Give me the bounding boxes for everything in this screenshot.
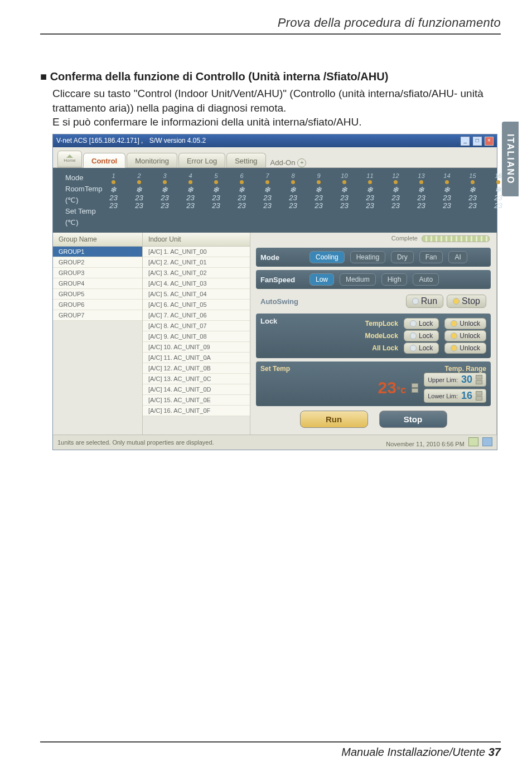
indoor-unit-row[interactable]: [A/C] 6. AC_UNIT_05	[143, 300, 250, 310]
alllock-row: All Lock Lock Unlock	[304, 343, 486, 354]
tab-monitoring[interactable]: Monitoring	[127, 153, 177, 167]
indoor-unit-row[interactable]: [A/C] 12. AC_UNIT_0B	[143, 363, 250, 374]
minimize-button[interactable]: _	[461, 137, 470, 146]
unit-cell[interactable]: 9❄2323	[311, 172, 326, 210]
mode-row: Mode Cooling Heating Dry Fan AI	[256, 248, 491, 267]
stop-button[interactable]: Stop	[379, 411, 447, 428]
indoor-unit-row[interactable]: [A/C] 16. AC_UNIT_0F	[143, 406, 250, 416]
templock-lock-button[interactable]: Lock	[404, 318, 439, 329]
plus-icon: +	[297, 158, 306, 167]
set-temp-stepper[interactable]	[412, 383, 418, 393]
radio-icon	[410, 345, 417, 351]
radio-on-icon	[451, 345, 457, 351]
unit-cell[interactable]: 12❄2323	[388, 172, 403, 210]
indoor-unit-row[interactable]: [A/C] 3. AC_UNIT_02	[143, 268, 250, 278]
tab-control[interactable]: Control	[83, 153, 125, 168]
group-row[interactable]: GROUP7	[53, 310, 142, 321]
temp-range-label: Temp. Range	[445, 365, 486, 373]
mode-fan-button[interactable]: Fan	[419, 251, 443, 263]
mode-cooling-button[interactable]: Cooling	[309, 251, 345, 263]
body-paragraph-2: E si può confermare le informazioni dell…	[52, 115, 501, 129]
lower-lim-stepper[interactable]	[476, 391, 482, 401]
header-rule	[40, 33, 501, 35]
window-titlebar: V-net ACS [165.186.42.171] , S/W version…	[53, 134, 497, 147]
alllock-unlock-button[interactable]: Unlock	[444, 343, 486, 354]
home-button[interactable]: Home	[57, 151, 82, 167]
modelock-lock-button[interactable]: Lock	[404, 330, 439, 341]
indoor-unit-row[interactable]: [A/C] 7. AC_UNIT_06	[143, 310, 250, 321]
indoor-unit-row[interactable]: [A/C] 2. AC_UNIT_01	[143, 257, 250, 268]
unit-cell[interactable]: 15❄2323	[465, 172, 480, 210]
indoor-unit-row[interactable]: [A/C] 15. AC_UNIT_0E	[143, 395, 250, 406]
close-button[interactable]: ×	[485, 137, 494, 146]
complete-progress	[422, 235, 490, 242]
unit-cell[interactable]: 6❄2323	[234, 172, 249, 210]
group-row[interactable]: GROUP2	[53, 257, 142, 268]
autoswing-stop-button[interactable]: Stop	[447, 295, 486, 308]
status-roomtemp-label: RoomTemp (℃)	[65, 184, 102, 206]
group-row[interactable]: GROUP6	[53, 300, 142, 310]
unit-cell[interactable]: 2❄2323	[131, 172, 147, 210]
window-title-left: V-net ACS [165.186.42.171] ,	[56, 137, 143, 144]
group-row[interactable]: GROUP1	[53, 247, 142, 257]
alllock-lock-button[interactable]: Lock	[404, 343, 439, 354]
indoor-unit-row[interactable]: [A/C] 9. AC_UNIT_08	[143, 331, 250, 342]
controls-panel: Complete Mode Cooling Heating Dry Fan AI…	[250, 233, 497, 435]
group-row[interactable]: GROUP4	[53, 278, 142, 289]
indoor-unit-list: [A/C] 1. AC_UNIT_00[A/C] 2. AC_UNIT_01[A…	[143, 247, 250, 416]
lock-section: Lock TempLock Lock Unlock ModeLock Lock …	[256, 314, 491, 358]
fan-auto-button[interactable]: Auto	[413, 273, 439, 286]
group-row[interactable]: GROUP3	[53, 268, 142, 278]
unit-cell[interactable]: 4❄2323	[182, 172, 198, 210]
window-controls: _ □ ×	[460, 136, 494, 146]
app-window: V-net ACS [165.186.42.171] , S/W version…	[52, 134, 497, 450]
indoor-unit-row[interactable]: [A/C] 4. AC_UNIT_03	[143, 278, 250, 289]
group-list: GROUP1GROUP2GROUP3GROUP4GROUP5GROUP6GROU…	[53, 247, 142, 321]
fan-low-button[interactable]: Low	[309, 273, 334, 286]
run-button[interactable]: Run	[300, 411, 368, 428]
group-panel: Group Name GROUP1GROUP2GROUP3GROUP4GROUP…	[53, 233, 143, 435]
maximize-button[interactable]: □	[473, 137, 482, 146]
unit-cell[interactable]: 10❄2323	[336, 172, 352, 210]
tab-error-log[interactable]: Error Log	[178, 153, 225, 167]
lower-lim-label: Lower Lim:	[428, 393, 458, 399]
page-footer: Manuale Installazione/Utente 37	[40, 741, 501, 759]
autoswing-run-button[interactable]: Run	[406, 295, 443, 308]
tab-setting[interactable]: Setting	[226, 153, 265, 167]
indoor-unit-row[interactable]: [A/C] 10. AC_UNIT_09	[143, 342, 250, 353]
unit-cell[interactable]: 5❄2323	[208, 172, 224, 210]
templock-unlock-button[interactable]: Unlock	[444, 318, 486, 329]
mode-ai-button[interactable]: AI	[448, 251, 467, 263]
unit-cell[interactable]: 7❄2323	[259, 172, 275, 210]
unit-cell[interactable]: 3❄2323	[157, 172, 172, 210]
unit-cell[interactable]: 1❄2323	[105, 172, 121, 210]
status-bar-left: 1units are selected. Only mutual propert…	[57, 439, 214, 446]
lower-lim-row: Lower Lim: 16	[424, 389, 486, 403]
status-icon-1	[468, 437, 478, 446]
radio-icon	[410, 332, 417, 339]
upper-lim-stepper[interactable]	[476, 375, 482, 384]
fan-medium-button[interactable]: Medium	[340, 273, 376, 286]
indoor-unit-row[interactable]: [A/C] 14. AC_UNIT_0D	[143, 384, 250, 395]
indoor-unit-row[interactable]: [A/C] 1. AC_UNIT_00	[143, 247, 250, 257]
mode-label: Mode	[260, 253, 304, 262]
mode-dry-button[interactable]: Dry	[391, 251, 414, 263]
indoor-unit-row[interactable]: [A/C] 11. AC_UNIT_0A	[143, 353, 250, 363]
modelock-row: ModeLock Lock Unlock	[304, 330, 486, 341]
language-side-tab: ITALIANO	[502, 122, 519, 196]
unit-cell[interactable]: 8❄2323	[285, 172, 301, 210]
page-header: Prova della procedura di funzionamento	[40, 16, 501, 30]
mode-heating-button[interactable]: Heating	[350, 251, 385, 263]
addon-button[interactable]: Add-On +	[270, 158, 307, 167]
modelock-unlock-button[interactable]: Unlock	[444, 330, 486, 341]
indoor-unit-row[interactable]: [A/C] 5. AC_UNIT_04	[143, 289, 250, 300]
lock-group-label: Lock	[260, 317, 304, 355]
unit-cell[interactable]: 14❄2323	[439, 172, 454, 210]
indoor-unit-row[interactable]: [A/C] 13. AC_UNIT_0C	[143, 374, 250, 384]
unit-cell[interactable]: 11❄2323	[362, 172, 378, 210]
group-row[interactable]: GROUP5	[53, 289, 142, 300]
indoor-unit-row[interactable]: [A/C] 8. AC_UNIT_07	[143, 321, 250, 331]
footer-page-number: 37	[489, 746, 501, 758]
fan-high-button[interactable]: High	[381, 273, 408, 286]
unit-cell[interactable]: 13❄2323	[413, 172, 429, 210]
